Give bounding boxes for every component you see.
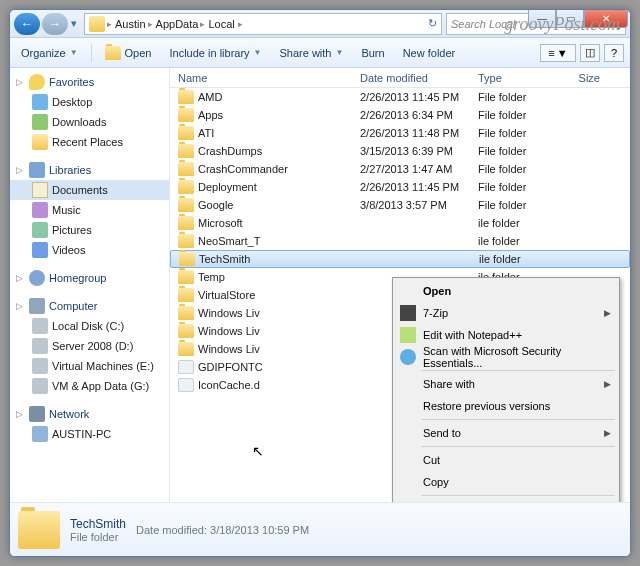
file-row[interactable]: CrashCommander2/27/2013 1:47 AMFile fold…: [170, 160, 630, 178]
sidebar-item-drive-c[interactable]: Local Disk (C:): [10, 316, 169, 336]
folder-icon: [178, 90, 194, 104]
navigation-pane: ▷Favorites Desktop Downloads Recent Plac…: [10, 68, 170, 502]
submenu-arrow-icon: ▶: [604, 428, 611, 438]
downloads-icon: [32, 114, 48, 130]
file-row[interactable]: TechSmithile folder: [170, 250, 630, 268]
folder-icon: [178, 342, 194, 356]
sidebar-item-downloads[interactable]: Downloads: [10, 112, 169, 132]
open-button[interactable]: Open: [100, 43, 157, 63]
ms-icon: [400, 349, 416, 365]
file-row[interactable]: Microsoftile folder: [170, 214, 630, 232]
homegroup-icon: [29, 270, 45, 286]
folder-icon: [178, 324, 194, 338]
file-row[interactable]: Google3/8/2013 3:57 PMFile folder: [170, 196, 630, 214]
sidebar-computer[interactable]: ▷Computer: [10, 296, 169, 316]
view-options-button[interactable]: ≡▼: [540, 44, 576, 62]
context-item-send-to[interactable]: Send to▶: [395, 422, 617, 444]
disk-icon: [32, 358, 48, 374]
column-size[interactable]: Size: [558, 72, 608, 84]
file-row[interactable]: ATI2/26/2013 11:48 PMFile folder: [170, 124, 630, 142]
submenu-arrow-icon: ▶: [604, 308, 611, 318]
favorites-icon: [29, 74, 45, 90]
computer-icon: [29, 298, 45, 314]
organize-menu[interactable]: Organize▼: [16, 44, 83, 62]
folder-icon: [178, 162, 194, 176]
context-item-cut[interactable]: Cut: [395, 449, 617, 471]
network-icon: [29, 406, 45, 422]
folder-icon: [178, 234, 194, 248]
column-name[interactable]: Name: [170, 72, 360, 84]
details-pane: TechSmith File folder Date modified: 3/1…: [10, 502, 630, 556]
libraries-icon: [29, 162, 45, 178]
minimize-button[interactable]: —: [528, 10, 556, 28]
nav-history-dropdown[interactable]: ▾: [68, 13, 80, 35]
folder-icon: [105, 46, 121, 60]
context-item-restore-previous-versions[interactable]: Restore previous versions: [395, 395, 617, 417]
refresh-icon[interactable]: ↻: [428, 17, 437, 30]
context-menu: Open7-Zip▶Edit with Notepad++Scan with M…: [392, 277, 620, 502]
maximize-button[interactable]: ▭: [556, 10, 584, 28]
sidebar-item-pc[interactable]: AUSTIN-PC: [10, 424, 169, 444]
pc-icon: [32, 426, 48, 442]
context-item-copy[interactable]: Copy: [395, 471, 617, 493]
sidebar-item-documents[interactable]: Documents: [10, 180, 169, 200]
breadcrumb-item: ▸Local ▸: [200, 18, 242, 30]
context-item-open[interactable]: Open: [395, 280, 617, 302]
folder-icon: [178, 306, 194, 320]
folder-icon: [178, 144, 194, 158]
context-item--zip[interactable]: 7-Zip▶: [395, 302, 617, 324]
new-folder-button[interactable]: New folder: [398, 44, 461, 62]
context-item-scan-with-microsoft-security-essentials-[interactable]: Scan with Microsoft Security Essentials.…: [395, 346, 617, 368]
file-row[interactable]: Deployment2/26/2013 11:45 PMFile folder: [170, 178, 630, 196]
folder-icon: [178, 198, 194, 212]
sidebar-item-videos[interactable]: Videos: [10, 240, 169, 260]
file-row[interactable]: Apps2/26/2013 6:34 PMFile folder: [170, 106, 630, 124]
details-modified: Date modified: 3/18/2013 10:59 PM: [136, 524, 309, 536]
include-library-menu[interactable]: Include in library▼: [164, 44, 266, 62]
column-type[interactable]: Type: [478, 72, 558, 84]
context-item-edit-with-notepad-[interactable]: Edit with Notepad++: [395, 324, 617, 346]
sidebar-item-drive-d[interactable]: Server 2008 (D:): [10, 336, 169, 356]
sidebar-item-desktop[interactable]: Desktop: [10, 92, 169, 112]
close-button[interactable]: ✕: [584, 10, 628, 28]
sidebar-item-drive-e[interactable]: Virtual Machines (E:): [10, 356, 169, 376]
breadcrumb-item: ▸AppData: [148, 18, 199, 30]
sidebar-favorites[interactable]: ▷Favorites: [10, 72, 169, 92]
cursor-icon: ↖: [252, 443, 264, 459]
context-item-create-shortcut[interactable]: Create shortcut: [395, 498, 617, 502]
np-icon: [400, 327, 416, 343]
breadcrumb-item: ▸Austin: [107, 18, 146, 30]
file-row[interactable]: AMD2/26/2013 11:45 PMFile folder: [170, 88, 630, 106]
sidebar-item-pictures[interactable]: Pictures: [10, 220, 169, 240]
sidebar-item-music[interactable]: Music: [10, 200, 169, 220]
pictures-icon: [32, 222, 48, 238]
breadcrumb[interactable]: ▸Austin ▸AppData ▸Local ▸ ↻: [84, 13, 442, 35]
nav-back-button[interactable]: ←: [14, 13, 40, 35]
folder-icon: [89, 16, 105, 32]
help-button[interactable]: ?: [604, 44, 624, 62]
nav-forward-button[interactable]: →: [42, 13, 68, 35]
disk-icon: [32, 318, 48, 334]
preview-pane-button[interactable]: ◫: [580, 44, 600, 62]
file-row[interactable]: NeoSmart_Tile folder: [170, 232, 630, 250]
burn-button[interactable]: Burn: [356, 44, 389, 62]
details-name: TechSmith: [70, 517, 126, 531]
sidebar-libraries[interactable]: ▷Libraries: [10, 160, 169, 180]
sidebar-network[interactable]: ▷Network: [10, 404, 169, 424]
submenu-arrow-icon: ▶: [604, 379, 611, 389]
sidebar-homegroup[interactable]: ▷Homegroup: [10, 268, 169, 288]
folder-icon: [178, 108, 194, 122]
file-row[interactable]: CrashDumps3/15/2013 6:39 PMFile folder: [170, 142, 630, 160]
file-icon: [178, 378, 194, 392]
file-list[interactable]: Name Date modified Type Size AMD2/26/201…: [170, 68, 630, 502]
folder-icon: [178, 288, 194, 302]
share-with-menu[interactable]: Share with▼: [275, 44, 349, 62]
context-item-share-with[interactable]: Share with▶: [395, 373, 617, 395]
column-date[interactable]: Date modified: [360, 72, 478, 84]
folder-icon: [178, 270, 194, 284]
disk-icon: [32, 338, 48, 354]
toolbar: Organize▼ Open Include in library▼ Share…: [10, 38, 630, 68]
documents-icon: [32, 182, 48, 198]
sidebar-item-recent[interactable]: Recent Places: [10, 132, 169, 152]
sidebar-item-drive-g[interactable]: VM & App Data (G:): [10, 376, 169, 396]
